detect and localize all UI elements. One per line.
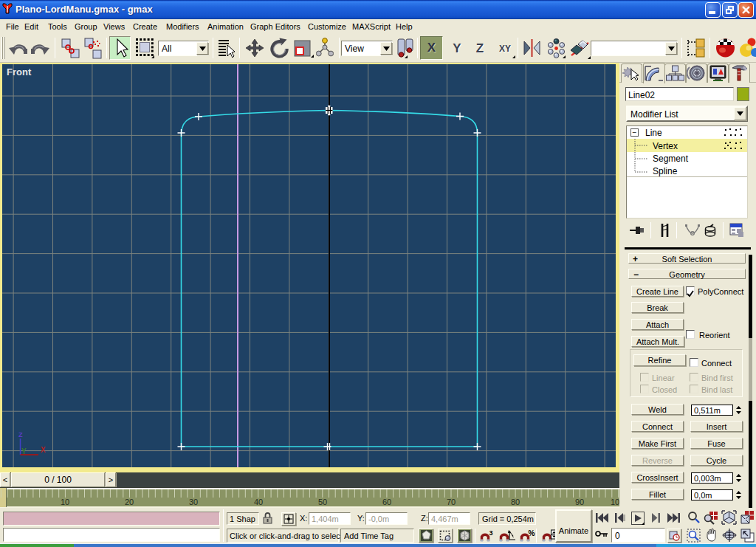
svg-text:30: 30 <box>189 498 198 506</box>
svg-text:10: 10 <box>611 498 619 506</box>
svg-text:Y: Y <box>21 447 27 455</box>
svg-text:X: X <box>41 446 46 454</box>
svg-text:Z: Z <box>18 431 23 438</box>
svg-text:80: 80 <box>511 498 520 506</box>
svg-text:10: 10 <box>61 498 69 506</box>
svg-text:20: 20 <box>125 498 134 506</box>
svg-text:40: 40 <box>254 498 263 506</box>
svg-text:%: % <box>529 529 535 537</box>
svg-text:3: 3 <box>489 529 493 537</box>
svg-text:50: 50 <box>318 498 327 506</box>
svg-text:60: 60 <box>382 498 391 506</box>
svg-text:70: 70 <box>447 498 456 506</box>
svg-text:90: 90 <box>575 498 584 506</box>
